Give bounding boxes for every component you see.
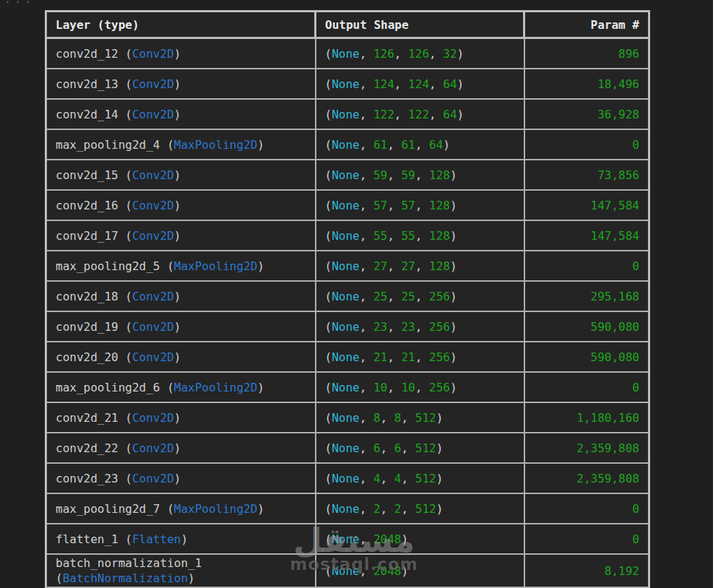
param-count-cell: 147,584: [524, 220, 649, 251]
param-value: 295,168: [591, 290, 639, 303]
shape-dim: 124: [373, 77, 394, 91]
layer-type: Conv2D: [132, 77, 174, 91]
layer-name: conv2d_13: [56, 77, 125, 91]
param-value: 590,080: [591, 320, 639, 334]
output-shape-cell: (None, 25, 25, 256): [316, 281, 524, 311]
shape-dim: 64: [429, 138, 443, 152]
table-row: max_pooling2d_5 (MaxPooling2D)(None, 27,…: [46, 251, 649, 281]
shape-none: None: [332, 168, 360, 182]
param-value: 2,359,808: [576, 441, 639, 455]
shape-none: None: [332, 229, 360, 243]
param-value: 2,359,808: [576, 472, 639, 485]
layer-name: conv2d_23: [56, 472, 125, 485]
ellipsis-icon: ...: [4, 0, 35, 6]
table-row: conv2d_17 (Conv2D)(None, 55, 55, 128)147…: [46, 220, 649, 251]
output-shape-cell: (None, 4, 4, 512): [316, 463, 524, 493]
shape-none: None: [332, 441, 360, 455]
layer-type: Conv2D: [132, 108, 174, 121]
layer-name: conv2d_17: [56, 229, 125, 243]
param-count-cell: 590,080: [524, 311, 649, 342]
shape-none: None: [332, 532, 360, 546]
layer-name-cell: batch_normalization_1 (BatchNormalizatio…: [46, 554, 316, 587]
layer-name-cell: conv2d_16 (Conv2D): [46, 190, 316, 220]
output-shape-cell: (None, 10, 10, 256): [316, 372, 524, 402]
shape-none: None: [332, 138, 360, 152]
shape-dim: 61: [401, 138, 415, 152]
shape-dim: 64: [443, 108, 457, 121]
param-count-cell: 18,496: [524, 69, 649, 99]
param-value: 0: [632, 532, 639, 546]
layer-name-cell: conv2d_13 (Conv2D): [46, 69, 316, 99]
shape-dim: 32: [443, 47, 457, 61]
layer-name: batch_normalization_1: [56, 556, 202, 570]
shape-none: None: [332, 320, 360, 334]
shape-dim: 128: [429, 229, 450, 243]
param-value: 0: [632, 259, 639, 273]
output-shape-cell: (None, 6, 6, 512): [316, 433, 524, 463]
layer-name-cell: conv2d_20 (Conv2D): [46, 342, 316, 372]
output-shape-cell: (None, 23, 23, 256): [316, 311, 524, 342]
table-row: max_pooling2d_4 (MaxPooling2D)(None, 61,…: [46, 129, 649, 160]
table-row: conv2d_20 (Conv2D)(None, 21, 21, 256)590…: [46, 342, 649, 372]
layer-name-cell: max_pooling2d_5 (MaxPooling2D): [46, 251, 316, 281]
param-count-cell: 2,359,808: [524, 463, 649, 493]
layer-name-cell: conv2d_22 (Conv2D): [46, 433, 316, 463]
layer-type: BatchNormalization: [63, 571, 188, 585]
layer-name: conv2d_18: [56, 290, 125, 303]
table-row: conv2d_12 (Conv2D)(None, 126, 126, 32)89…: [46, 38, 649, 69]
param-count-cell: 73,856: [524, 160, 649, 190]
layer-type: Conv2D: [132, 441, 174, 455]
shape-dim: 128: [429, 199, 450, 212]
table-row: conv2d_18 (Conv2D)(None, 25, 25, 256)295…: [46, 281, 649, 311]
shape-dim: 2048: [373, 532, 402, 546]
param-count-cell: 0: [524, 493, 649, 524]
layer-type: Conv2D: [132, 472, 174, 485]
layer-type: MaxPooling2D: [174, 502, 258, 516]
shape-none: None: [332, 350, 360, 364]
table-row: max_pooling2d_7 (MaxPooling2D)(None, 2, …: [46, 493, 649, 524]
layer-name-cell: conv2d_23 (Conv2D): [46, 463, 316, 493]
param-value: 73,856: [597, 168, 639, 182]
shape-dim: 59: [373, 168, 387, 182]
shape-dim: 27: [401, 259, 415, 273]
layer-name-cell: conv2d_15 (Conv2D): [46, 160, 316, 190]
param-count-cell: 0: [524, 372, 649, 402]
param-count-cell: 36,928: [524, 99, 649, 129]
param-count-cell: 590,080: [524, 342, 649, 372]
shape-dim: 256: [429, 290, 450, 303]
layer-name: max_pooling2d_6: [56, 381, 167, 394]
param-value: 36,928: [597, 108, 639, 121]
param-count-cell: 1,180,160: [524, 402, 649, 433]
shape-none: None: [332, 564, 360, 578]
layer-name-cell: max_pooling2d_6 (MaxPooling2D): [46, 372, 316, 402]
shape-none: None: [332, 77, 360, 91]
shape-dim: 55: [401, 229, 415, 243]
layer-type: Conv2D: [132, 320, 174, 334]
shape-dim: 256: [429, 381, 450, 394]
table-body: conv2d_12 (Conv2D)(None, 126, 126, 32)89…: [46, 38, 649, 588]
table-row: conv2d_13 (Conv2D)(None, 124, 124, 64)18…: [46, 69, 649, 99]
shape-none: None: [332, 502, 360, 516]
output-shape-cell: (None, 27, 27, 128): [316, 251, 524, 281]
header-row: Layer (type) Output Shape Param #: [46, 12, 649, 38]
layer-type: Conv2D: [132, 168, 174, 182]
shape-dim: 126: [408, 47, 429, 61]
shape-dim: 61: [373, 138, 387, 152]
shape-dim: 512: [415, 472, 436, 485]
shape-none: None: [332, 290, 360, 303]
shape-none: None: [332, 259, 360, 273]
layer-type: MaxPooling2D: [174, 259, 258, 273]
shape-dim: 64: [443, 77, 457, 91]
param-count-cell: 295,168: [524, 281, 649, 311]
shape-dim: 8: [373, 411, 381, 425]
shape-dim: 6: [373, 441, 381, 455]
shape-none: None: [332, 411, 360, 425]
shape-dim: 27: [373, 259, 387, 273]
layer-name-cell: conv2d_19 (Conv2D): [46, 311, 316, 342]
shape-dim: 57: [373, 199, 387, 212]
layer-type: Conv2D: [132, 411, 174, 425]
table-row: batch_normalization_1 (BatchNormalizatio…: [46, 554, 649, 587]
param-value: 1,180,160: [576, 411, 639, 425]
layer-type: Flatten: [132, 532, 181, 546]
column-header-param-count: Param #: [524, 12, 649, 38]
